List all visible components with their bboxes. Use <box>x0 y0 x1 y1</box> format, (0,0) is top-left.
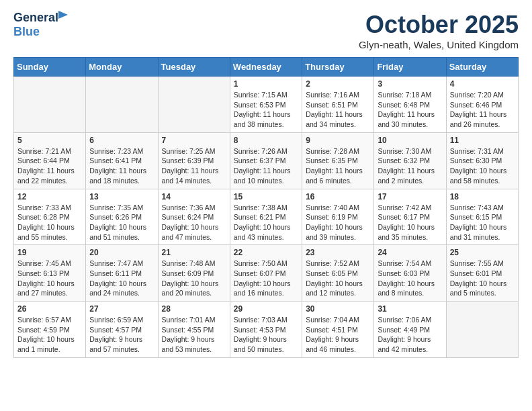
day-info: Sunrise: 7:03 AM Sunset: 4:53 PM Dayligh… <box>234 315 298 355</box>
calendar-cell-w2-d7: 11Sunrise: 7:31 AM Sunset: 6:30 PM Dayli… <box>446 132 518 189</box>
day-info: Sunrise: 7:15 AM Sunset: 6:53 PM Dayligh… <box>234 90 298 130</box>
day-number: 7 <box>162 136 226 145</box>
day-info: Sunrise: 7:04 AM Sunset: 4:51 PM Dayligh… <box>306 315 370 355</box>
calendar-cell-w3-d6: 17Sunrise: 7:42 AM Sunset: 6:17 PM Dayli… <box>374 189 446 245</box>
day-number: 20 <box>89 248 154 257</box>
calendar-cell-w4-d3: 21Sunrise: 7:48 AM Sunset: 6:09 PM Dayli… <box>158 245 230 302</box>
day-number: 15 <box>234 192 298 201</box>
calendar-cell-w5-d5: 30Sunrise: 7:04 AM Sunset: 4:51 PM Dayli… <box>302 302 374 358</box>
day-info: Sunrise: 7:21 AM Sunset: 6:44 PM Dayligh… <box>17 146 82 186</box>
logo-blue: Blue <box>13 25 40 38</box>
location: Glyn-neath, Wales, United Kingdom <box>359 39 519 50</box>
day-info: Sunrise: 7:35 AM Sunset: 6:26 PM Dayligh… <box>89 203 154 242</box>
month-title: October 2025 <box>359 11 519 39</box>
calendar-cell-w5-d2: 27Sunrise: 6:59 AM Sunset: 4:57 PM Dayli… <box>86 302 158 358</box>
page-container: General Blue October 2025 Glyn-neath, Wa… <box>0 0 532 365</box>
day-number: 30 <box>306 304 370 314</box>
day-info: Sunrise: 7:33 AM Sunset: 6:28 PM Dayligh… <box>17 203 82 242</box>
calendar-cell-w2-d4: 8Sunrise: 7:26 AM Sunset: 6:37 PM Daylig… <box>230 132 302 189</box>
day-number: 4 <box>450 79 515 89</box>
day-info: Sunrise: 7:25 AM Sunset: 6:39 PM Dayligh… <box>162 146 226 186</box>
calendar-cell-w2-d6: 10Sunrise: 7:30 AM Sunset: 6:32 PM Dayli… <box>374 132 446 189</box>
header-monday: Monday <box>86 58 158 77</box>
calendar-cell-w3-d1: 12Sunrise: 7:33 AM Sunset: 6:28 PM Dayli… <box>14 189 86 245</box>
calendar-cell-w1-d7: 4Sunrise: 7:20 AM Sunset: 6:46 PM Daylig… <box>446 77 518 133</box>
day-info: Sunrise: 7:30 AM Sunset: 6:32 PM Dayligh… <box>378 146 442 186</box>
day-info: Sunrise: 7:38 AM Sunset: 6:21 PM Dayligh… <box>234 203 298 242</box>
calendar-cell-w5-d3: 28Sunrise: 7:01 AM Sunset: 4:55 PM Dayli… <box>158 302 230 358</box>
day-info: Sunrise: 7:40 AM Sunset: 6:19 PM Dayligh… <box>306 203 370 242</box>
day-info: Sunrise: 7:42 AM Sunset: 6:17 PM Dayligh… <box>378 203 442 242</box>
calendar-cell-w4-d7: 25Sunrise: 7:55 AM Sunset: 6:01 PM Dayli… <box>446 245 518 302</box>
day-info: Sunrise: 7:26 AM Sunset: 6:37 PM Dayligh… <box>234 146 298 186</box>
day-info: Sunrise: 7:28 AM Sunset: 6:35 PM Dayligh… <box>306 146 370 186</box>
day-number: 17 <box>378 192 442 201</box>
calendar-week-2: 5Sunrise: 7:21 AM Sunset: 6:44 PM Daylig… <box>14 132 519 189</box>
day-info: Sunrise: 7:55 AM Sunset: 6:01 PM Dayligh… <box>450 259 515 298</box>
calendar-cell-w1-d2 <box>86 77 158 133</box>
header-thursday: Thursday <box>302 58 374 77</box>
day-info: Sunrise: 7:48 AM Sunset: 6:09 PM Dayligh… <box>162 259 226 298</box>
header: General Blue October 2025 Glyn-neath, Wa… <box>13 11 519 50</box>
day-number: 13 <box>89 192 154 201</box>
logo-general: General <box>13 11 58 24</box>
day-info: Sunrise: 7:50 AM Sunset: 6:07 PM Dayligh… <box>234 259 298 298</box>
calendar-cell-w1-d1 <box>14 77 86 133</box>
day-number: 14 <box>162 192 226 201</box>
day-info: Sunrise: 7:18 AM Sunset: 6:48 PM Dayligh… <box>378 90 442 130</box>
calendar-header-row: Sunday Monday Tuesday Wednesday Thursday… <box>14 58 519 77</box>
calendar-cell-w3-d4: 15Sunrise: 7:38 AM Sunset: 6:21 PM Dayli… <box>230 189 302 245</box>
day-info: Sunrise: 7:43 AM Sunset: 6:15 PM Dayligh… <box>450 203 515 242</box>
day-number: 3 <box>378 79 442 89</box>
day-info: Sunrise: 7:47 AM Sunset: 6:11 PM Dayligh… <box>89 259 154 298</box>
calendar-cell-w2-d3: 7Sunrise: 7:25 AM Sunset: 6:39 PM Daylig… <box>158 132 230 189</box>
header-sunday: Sunday <box>14 58 86 77</box>
day-number: 29 <box>234 304 298 314</box>
day-number: 9 <box>306 136 370 145</box>
logo-arrow-icon <box>58 11 68 19</box>
day-info: Sunrise: 7:20 AM Sunset: 6:46 PM Dayligh… <box>450 90 515 130</box>
header-friday: Friday <box>374 58 446 77</box>
day-info: Sunrise: 7:01 AM Sunset: 4:55 PM Dayligh… <box>162 315 226 355</box>
day-number: 12 <box>17 192 82 201</box>
calendar-cell-w5-d7 <box>446 302 518 358</box>
calendar-cell-w2-d2: 6Sunrise: 7:23 AM Sunset: 6:41 PM Daylig… <box>86 132 158 189</box>
calendar-table: Sunday Monday Tuesday Wednesday Thursday… <box>13 57 519 358</box>
title-block: October 2025 Glyn-neath, Wales, United K… <box>359 11 519 50</box>
svg-marker-0 <box>58 11 68 19</box>
day-info: Sunrise: 7:52 AM Sunset: 6:05 PM Dayligh… <box>306 259 370 298</box>
day-number: 19 <box>17 248 82 257</box>
header-tuesday: Tuesday <box>158 58 230 77</box>
day-info: Sunrise: 7:45 AM Sunset: 6:13 PM Dayligh… <box>17 259 82 298</box>
calendar-cell-w1-d6: 3Sunrise: 7:18 AM Sunset: 6:48 PM Daylig… <box>374 77 446 133</box>
day-info: Sunrise: 6:57 AM Sunset: 4:59 PM Dayligh… <box>17 315 82 355</box>
day-number: 2 <box>306 79 370 89</box>
calendar-cell-w3-d7: 18Sunrise: 7:43 AM Sunset: 6:15 PM Dayli… <box>446 189 518 245</box>
day-info: Sunrise: 7:16 AM Sunset: 6:51 PM Dayligh… <box>306 90 370 130</box>
day-number: 28 <box>162 304 226 314</box>
day-info: Sunrise: 7:23 AM Sunset: 6:41 PM Dayligh… <box>89 146 154 186</box>
calendar-cell-w4-d1: 19Sunrise: 7:45 AM Sunset: 6:13 PM Dayli… <box>14 245 86 302</box>
day-number: 10 <box>378 136 442 145</box>
day-number: 6 <box>89 136 154 145</box>
calendar-cell-w5-d4: 29Sunrise: 7:03 AM Sunset: 4:53 PM Dayli… <box>230 302 302 358</box>
calendar-cell-w2-d5: 9Sunrise: 7:28 AM Sunset: 6:35 PM Daylig… <box>302 132 374 189</box>
day-number: 16 <box>306 192 370 201</box>
day-number: 21 <box>162 248 226 257</box>
calendar-week-5: 26Sunrise: 6:57 AM Sunset: 4:59 PM Dayli… <box>14 302 519 358</box>
day-info: Sunrise: 7:31 AM Sunset: 6:30 PM Dayligh… <box>450 146 515 186</box>
day-number: 23 <box>306 248 370 257</box>
calendar-cell-w4-d6: 24Sunrise: 7:54 AM Sunset: 6:03 PM Dayli… <box>374 245 446 302</box>
calendar-cell-w5-d6: 31Sunrise: 7:06 AM Sunset: 4:49 PM Dayli… <box>374 302 446 358</box>
day-number: 26 <box>17 304 82 314</box>
day-number: 5 <box>17 136 82 145</box>
day-info: Sunrise: 7:06 AM Sunset: 4:49 PM Dayligh… <box>378 315 442 355</box>
calendar-cell-w5-d1: 26Sunrise: 6:57 AM Sunset: 4:59 PM Dayli… <box>14 302 86 358</box>
day-number: 8 <box>234 136 298 145</box>
calendar-cell-w4-d5: 23Sunrise: 7:52 AM Sunset: 6:05 PM Dayli… <box>302 245 374 302</box>
day-number: 22 <box>234 248 298 257</box>
calendar-week-1: 1Sunrise: 7:15 AM Sunset: 6:53 PM Daylig… <box>14 77 519 133</box>
day-number: 11 <box>450 136 515 145</box>
header-saturday: Saturday <box>446 58 518 77</box>
calendar-cell-w4-d2: 20Sunrise: 7:47 AM Sunset: 6:11 PM Dayli… <box>86 245 158 302</box>
